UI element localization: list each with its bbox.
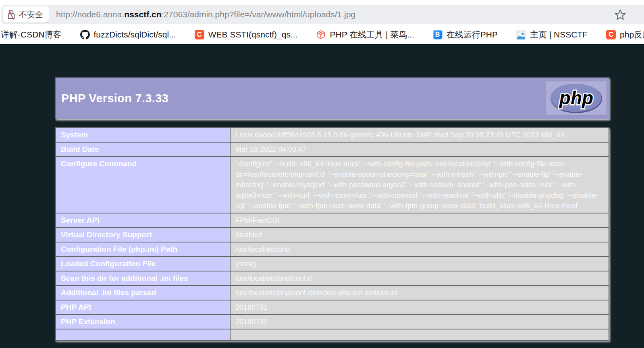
site-security-chip[interactable]: 不安全 bbox=[3, 6, 49, 23]
row-value: /usr/local/etc/php/conf.d/docker-php-ext… bbox=[230, 286, 609, 300]
github-icon bbox=[80, 30, 90, 39]
table-row: Server API FPM/FastCGI bbox=[56, 213, 609, 228]
nssctf-avatar-icon bbox=[516, 30, 526, 39]
bookmark-item[interactable]: C WEB SSTI(qsnctf)_qs... bbox=[195, 30, 298, 39]
url-scheme-subdomain: http://node6.anna. bbox=[56, 10, 124, 19]
row-value: /usr/local/etc/php bbox=[230, 242, 609, 257]
row-value: 20180731 bbox=[230, 315, 609, 329]
row-value: 20180731 bbox=[230, 300, 609, 315]
bookmark-item[interactable]: C php反序列化基础知... bbox=[606, 29, 644, 40]
row-value: Mar 18 2022 04:03:47 bbox=[230, 142, 609, 157]
row-label: Additional .ini files parsed bbox=[56, 286, 230, 300]
page-title: PHP Version 7.3.33 bbox=[61, 92, 168, 105]
cainiao-cube-icon bbox=[316, 30, 326, 39]
bookmark-label: PHP 在线工具 | 菜鸟... bbox=[330, 29, 414, 40]
bookmark-label: 主页 | NSSCTF bbox=[530, 29, 588, 40]
bookmark-label: WEB SSTI(qsnctf)_qs... bbox=[208, 30, 298, 39]
csdn-letter: C bbox=[609, 31, 613, 39]
php-logo: php bbox=[546, 81, 607, 116]
table-row: Configuration File (php.ini) Path /usr/l… bbox=[56, 242, 609, 257]
bookmark-label: 详解-CSDN博客 bbox=[1, 29, 62, 40]
bookmark-item[interactable]: B 在线运行PHP bbox=[433, 29, 498, 40]
row-label: Virtual Directory Support bbox=[56, 228, 230, 242]
page-content: PHP Version 7.3.33 php System Linux dadd… bbox=[0, 45, 644, 347]
php-logo-text: php bbox=[559, 87, 593, 108]
csdn-icon: C bbox=[606, 30, 616, 39]
security-chip-label: 不安全 bbox=[19, 9, 43, 20]
row-label: Configure Command bbox=[56, 157, 230, 213]
bookmark-star-icon[interactable] bbox=[614, 9, 626, 21]
bookmark-label: php反序列化基础知... bbox=[620, 29, 644, 40]
browser-toolbar: 不安全 http://node6.anna.nssctf.cn:27063/ad… bbox=[0, 0, 644, 25]
not-secure-lock-icon bbox=[7, 9, 16, 20]
csdn-letter: C bbox=[197, 31, 202, 39]
row-value: './configure' '--build=x86_64-linux-musl… bbox=[230, 157, 609, 213]
row-label: Scan this dir for additional .ini files bbox=[56, 271, 230, 286]
url-text[interactable]: http://node6.anna.nssctf.cn:27063/admin.… bbox=[56, 10, 644, 19]
table-row: Loaded Configuration File (none) bbox=[56, 257, 609, 271]
row-label: System bbox=[56, 128, 230, 142]
table-row: Build Date Mar 18 2022 04:03:47 bbox=[56, 142, 609, 157]
row-value: Linux daddd1bff3644918 5.15.0-86-generic… bbox=[230, 128, 609, 142]
table-row: System Linux daddd1bff3644918 5.15.0-86-… bbox=[56, 128, 609, 142]
row-label: PHP Extension bbox=[56, 315, 230, 329]
row-value: FPM/FastCGI bbox=[230, 213, 609, 228]
phpinfo-table: System Linux daddd1bff3644918 5.15.0-86-… bbox=[55, 127, 609, 341]
row-value: disabled bbox=[230, 228, 609, 242]
bookmark-item[interactable]: fuzzDicts/sqlDict/sql... bbox=[80, 30, 176, 39]
row-value bbox=[230, 329, 609, 340]
table-row: Additional .ini files parsed /usr/local/… bbox=[56, 286, 609, 300]
row-label bbox=[56, 329, 230, 340]
bookmark-label: fuzzDicts/sqlDict/sql... bbox=[94, 30, 176, 39]
table-row: Virtual Directory Support disabled bbox=[56, 228, 609, 242]
bookmark-item[interactable]: PHP 在线工具 | 菜鸟... bbox=[316, 29, 414, 40]
phpinfo-header: PHP Version 7.3.33 php bbox=[55, 77, 609, 119]
csdn-icon: C bbox=[195, 30, 204, 39]
address-bar[interactable]: 不安全 http://node6.anna.nssctf.cn:27063/ad… bbox=[1, 5, 644, 24]
bookmarks-bar: 详解-CSDN博客 fuzzDicts/sqlDict/sql... C WEB… bbox=[0, 25, 644, 45]
row-label: Configuration File (php.ini) Path bbox=[56, 242, 230, 257]
row-value: /usr/local/etc/php/conf.d bbox=[230, 271, 609, 286]
table-row: Scan this dir for additional .ini files … bbox=[56, 271, 609, 286]
bookmark-item[interactable]: 详解-CSDN博客 bbox=[1, 29, 62, 40]
bejson-letter: B bbox=[435, 31, 440, 38]
table-row: Configure Command './configure' '--build… bbox=[56, 157, 609, 213]
row-label: PHP API bbox=[56, 300, 230, 315]
row-label: Server API bbox=[56, 213, 230, 228]
row-value: (none) bbox=[230, 257, 609, 271]
url-domain: nssctf.cn bbox=[124, 10, 161, 19]
table-row: PHP Extension 20180731 bbox=[56, 315, 609, 329]
browser-chrome: 不安全 http://node6.anna.nssctf.cn:27063/ad… bbox=[0, 0, 644, 45]
bejson-icon: B bbox=[433, 30, 442, 39]
url-path: :27063/admin.php?file=/var/www/html/uplo… bbox=[162, 10, 356, 19]
bookmark-item[interactable]: 主页 | NSSCTF bbox=[516, 29, 588, 40]
row-label: Loaded Configuration File bbox=[56, 257, 230, 271]
table-row: PHP API 20180731 bbox=[56, 300, 609, 315]
phpinfo-container: PHP Version 7.3.33 php System Linux dadd… bbox=[55, 45, 609, 341]
row-label: Build Date bbox=[56, 142, 230, 157]
bookmark-label: 在线运行PHP bbox=[447, 29, 498, 40]
table-row-partial bbox=[56, 329, 609, 340]
